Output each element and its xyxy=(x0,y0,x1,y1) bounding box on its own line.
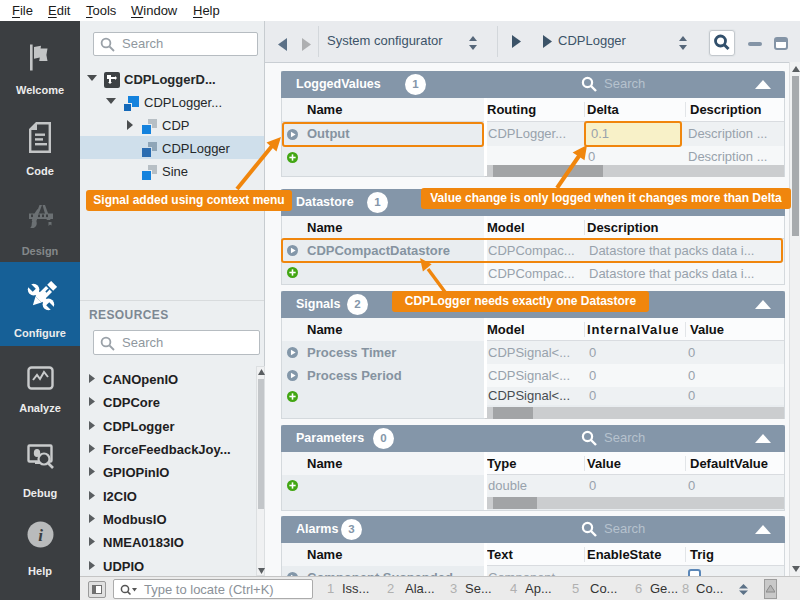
svg-text:i: i xyxy=(38,526,43,545)
